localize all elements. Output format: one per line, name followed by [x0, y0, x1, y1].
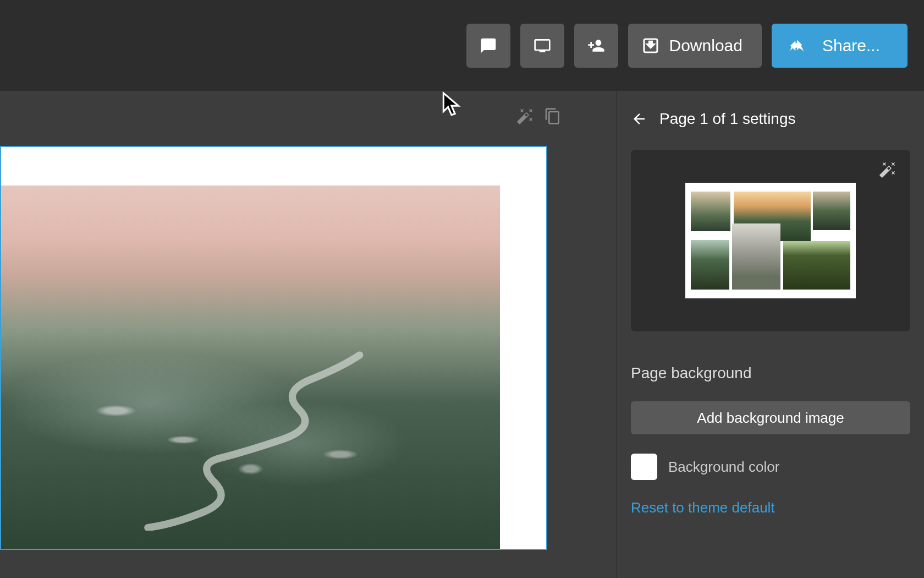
copy-icon[interactable] — [544, 107, 562, 125]
comment-button[interactable] — [466, 24, 510, 68]
add-background-image-button[interactable]: Add background image — [631, 401, 910, 434]
back-arrow-icon[interactable] — [631, 111, 647, 127]
add-user-button[interactable] — [574, 24, 618, 68]
canvas-area[interactable] — [0, 91, 617, 578]
background-color-swatch[interactable] — [631, 454, 657, 480]
background-color-row: Background color — [631, 454, 910, 480]
river-shape — [51, 349, 450, 531]
present-button[interactable] — [520, 24, 564, 68]
comment-icon — [480, 37, 497, 54]
cursor-icon — [441, 91, 464, 121]
canvas-main-image[interactable] — [1, 186, 500, 549]
wand-icon[interactable] — [516, 107, 534, 125]
download-label: Download — [669, 36, 743, 55]
thumbnail-collage-image — [691, 192, 730, 231]
top-toolbar: Download Share... — [0, 0, 924, 91]
share-label: Share... — [822, 36, 880, 55]
thumbnail-wand-icon[interactable] — [879, 161, 897, 178]
page-thumbnail[interactable] — [685, 183, 856, 298]
download-button[interactable]: Download — [628, 24, 762, 68]
thumbnail-collage-image — [813, 192, 850, 230]
thumbnail-collage-image — [732, 223, 780, 290]
thumbnail-collage-image — [783, 241, 850, 290]
share-button[interactable]: Share... — [772, 24, 908, 68]
page-background-section-title: Page background — [631, 364, 910, 382]
sidebar-header: Page 1 of 1 settings — [631, 110, 910, 128]
main-area: Page 1 of 1 settings Page background Add… — [0, 91, 924, 578]
thumbnail-collage-image — [691, 240, 729, 290]
sidebar-title: Page 1 of 1 settings — [659, 110, 796, 128]
canvas-page[interactable] — [0, 146, 547, 550]
right-sidebar: Page 1 of 1 settings Page background Add… — [617, 91, 924, 578]
share-icon — [788, 37, 806, 54]
monitor-icon — [534, 37, 551, 54]
background-color-label: Background color — [668, 459, 779, 476]
reset-theme-default-link[interactable]: Reset to theme default — [631, 499, 910, 516]
page-thumbnail-container — [631, 150, 910, 331]
canvas-toolbar — [516, 107, 562, 125]
download-icon — [642, 37, 659, 54]
user-plus-icon — [587, 37, 605, 54]
